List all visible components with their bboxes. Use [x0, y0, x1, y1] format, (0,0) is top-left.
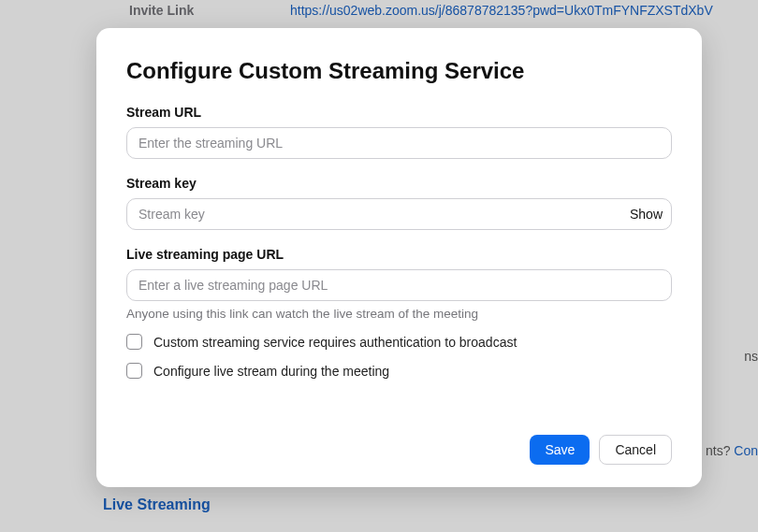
page-url-group: Live streaming page URL Anyone using thi…: [126, 247, 672, 321]
save-button[interactable]: Save: [530, 435, 590, 465]
configure-streaming-modal: Configure Custom Streaming Service Strea…: [96, 28, 702, 487]
stream-key-group: Stream key Show: [126, 176, 672, 230]
modal-title: Configure Custom Streaming Service: [126, 58, 672, 84]
during-checkbox-row: Configure live stream during the meeting: [126, 363, 672, 379]
stream-url-input-wrap: [126, 127, 672, 159]
show-stream-key-button[interactable]: Show: [630, 198, 663, 230]
page-url-input[interactable]: [126, 269, 672, 301]
stream-key-label: Stream key: [126, 176, 672, 191]
page-url-help-text: Anyone using this link can watch the liv…: [126, 307, 672, 321]
stream-key-input[interactable]: [126, 198, 672, 230]
auth-checkbox[interactable]: [126, 334, 142, 350]
stream-url-input[interactable]: [126, 127, 672, 159]
stream-key-input-wrap: Show: [126, 198, 672, 230]
during-checkbox-label[interactable]: Configure live stream during the meeting: [153, 364, 389, 379]
stream-url-group: Stream URL: [126, 105, 672, 159]
during-checkbox[interactable]: [126, 363, 142, 379]
page-root: Invite Link https://us02web.zoom.us/j/86…: [0, 0, 758, 532]
stream-url-label: Stream URL: [126, 105, 672, 120]
modal-footer: Save Cancel: [126, 435, 672, 465]
page-url-input-wrap: [126, 269, 672, 301]
auth-checkbox-row: Custom streaming service requires authen…: [126, 334, 672, 350]
auth-checkbox-label[interactable]: Custom streaming service requires authen…: [153, 335, 517, 350]
cancel-button[interactable]: Cancel: [599, 435, 672, 465]
page-url-label: Live streaming page URL: [126, 247, 672, 262]
